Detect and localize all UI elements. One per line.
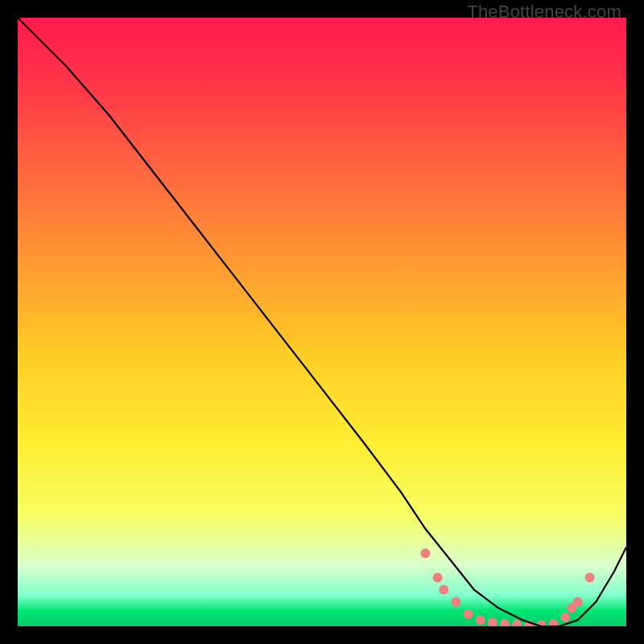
watermark-text: TheBottleneck.com	[467, 2, 621, 23]
gradient-background	[18, 18, 626, 626]
data-marker	[573, 597, 583, 607]
data-marker	[439, 585, 448, 595]
chart-svg	[18, 18, 626, 626]
data-marker	[476, 615, 485, 625]
data-marker	[585, 573, 595, 583]
data-marker	[560, 613, 570, 622]
data-marker	[433, 573, 443, 583]
data-marker	[463, 609, 473, 619]
data-marker	[421, 548, 431, 558]
data-marker	[451, 597, 460, 607]
